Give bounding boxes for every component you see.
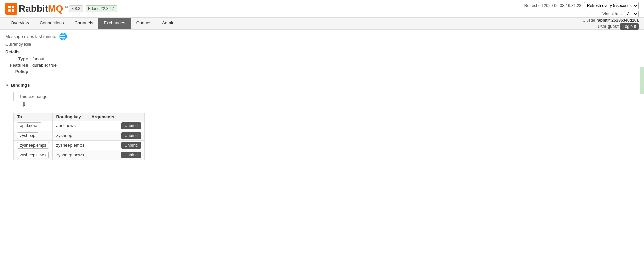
type-label: Type: [5, 56, 32, 61]
svg-rect-3: [12, 9, 14, 12]
type-value: fanout: [32, 56, 44, 61]
bindings-header[interactable]: ▼ Bindings: [5, 83, 639, 88]
unbind-button[interactable]: Unbind: [121, 142, 141, 149]
message-rates-header: Message rates last minute 🌐: [5, 32, 639, 40]
svg-rect-2: [8, 9, 11, 12]
policy-label: Policy: [5, 69, 32, 74]
globe-icon: 🌐: [59, 32, 67, 40]
features-label: Features: [5, 63, 32, 68]
scrollbar[interactable]: [640, 67, 644, 94]
user-row: User guest Log out: [524, 23, 639, 30]
col-to: To: [14, 113, 53, 121]
arguments-cell: [88, 140, 118, 150]
refresh-row: Refreshed 2020-06-03 16:31:23 Refresh ev…: [524, 2, 639, 9]
logout-button[interactable]: Log out: [620, 23, 639, 30]
routing-key-cell: zysheep.news: [53, 150, 88, 160]
queue-link[interactable]: zysheep: [17, 132, 38, 139]
cluster-row: Cluster rabbit@25386340d10a: [524, 18, 639, 23]
queue-link[interactable]: zysheep.emps: [17, 142, 49, 149]
table-row: april.newsapril.newsUnbind: [14, 121, 145, 131]
col-action: [118, 113, 144, 121]
unbind-button[interactable]: Unbind: [121, 132, 141, 139]
bindings-title: Bindings: [11, 83, 30, 88]
nav-channels[interactable]: Channels: [69, 18, 98, 29]
user-label: User: [598, 24, 606, 29]
erlang-badge: Erlang 22.3.4.1: [86, 5, 117, 12]
unbind-cell: Unbind: [118, 131, 144, 140]
version-badge: 3.8.3: [69, 5, 83, 12]
svg-rect-0: [8, 6, 11, 8]
svg-rect-1: [12, 6, 14, 8]
unbind-button[interactable]: Unbind: [121, 122, 141, 129]
message-rates-label: Message rates last minute: [5, 34, 56, 39]
top-right: Refreshed 2020-06-03 16:31:23 Refresh ev…: [524, 2, 639, 30]
queue-link[interactable]: april.news: [17, 122, 41, 129]
nav-connections[interactable]: Connections: [34, 18, 69, 29]
arguments-cell: [88, 121, 118, 131]
logo-icon: [5, 3, 17, 15]
arguments-cell: [88, 131, 118, 140]
routing-key-cell: zysheep: [53, 131, 88, 140]
vhost-row: Virtual host All: [524, 11, 639, 17]
exchange-box: This exchange: [13, 92, 53, 101]
vhost-select[interactable]: All: [624, 11, 639, 17]
exchange-box-wrapper: This exchange ⇓: [13, 92, 639, 109]
col-routing-key: Routing key: [53, 113, 88, 121]
user-value: guest: [608, 24, 619, 29]
table-row: zysheep.empszysheep.empsUnbind: [14, 140, 145, 150]
binding-to-cell: zysheep.news: [14, 150, 53, 160]
nav-admin[interactable]: Admin: [157, 18, 180, 29]
logo: RabbitMQTM 3.8.3 Erlang 22.3.4.1: [5, 3, 117, 15]
nav-overview[interactable]: Overview: [5, 18, 34, 29]
chevron-down-icon: ▼: [5, 83, 9, 87]
bindings-table-wrapper: To Routing key Arguments april.newsapril…: [13, 113, 639, 160]
routing-key-cell: april.news: [53, 121, 88, 131]
policy-row: Policy: [5, 69, 639, 74]
type-row: Type fanout: [5, 56, 639, 61]
logo-tm: TM: [63, 5, 68, 9]
unbind-button[interactable]: Unbind: [121, 152, 141, 158]
nav-exchanges[interactable]: Exchanges: [98, 18, 130, 29]
unbind-cell: Unbind: [118, 121, 144, 131]
logo-text: RabbitMQTM: [19, 3, 68, 14]
cluster-value: rabbit@25386340d10a: [596, 18, 639, 23]
binding-to-cell: zysheep.emps: [14, 140, 53, 150]
refresh-select[interactable]: Refresh every 5 seconds: [584, 2, 639, 9]
bindings-section: ▼ Bindings This exchange ⇓ To Routing ke…: [5, 80, 639, 160]
details-section: Details Type fanout Features durable: tr…: [5, 49, 639, 74]
routing-key-cell: zysheep.emps: [53, 140, 88, 150]
refreshed-time: Refreshed 2020-06-03 16:31:23: [524, 3, 581, 8]
header: RabbitMQTM 3.8.3 Erlang 22.3.4.1 Refresh…: [0, 0, 644, 18]
details-table: Type fanout Features durable: true Polic…: [5, 56, 639, 74]
down-arrow-icon: ⇓: [21, 101, 26, 109]
unbind-cell: Unbind: [118, 150, 144, 160]
bindings-table: To Routing key Arguments april.newsapril…: [13, 113, 145, 160]
features-row: Features durable: true: [5, 63, 639, 68]
features-value: durable: true: [32, 63, 57, 68]
binding-to-cell: april.news: [14, 121, 53, 131]
details-title: Details: [5, 49, 639, 54]
nav-queues[interactable]: Queues: [131, 18, 157, 29]
table-row: zysheep.newszysheep.newsUnbind: [14, 150, 145, 160]
table-row: zysheepzysheepUnbind: [14, 131, 145, 140]
queue-link[interactable]: zysheep.news: [17, 152, 49, 158]
vhost-label: Virtual host: [602, 12, 623, 16]
binding-to-cell: zysheep: [14, 131, 53, 140]
currently-idle: Currently idle: [5, 42, 639, 47]
unbind-cell: Unbind: [118, 140, 144, 150]
arguments-cell: [88, 150, 118, 160]
col-arguments: Arguments: [88, 113, 118, 121]
cluster-label: Cluster: [583, 18, 595, 23]
content: Message rates last minute 🌐 Currently id…: [0, 30, 644, 163]
